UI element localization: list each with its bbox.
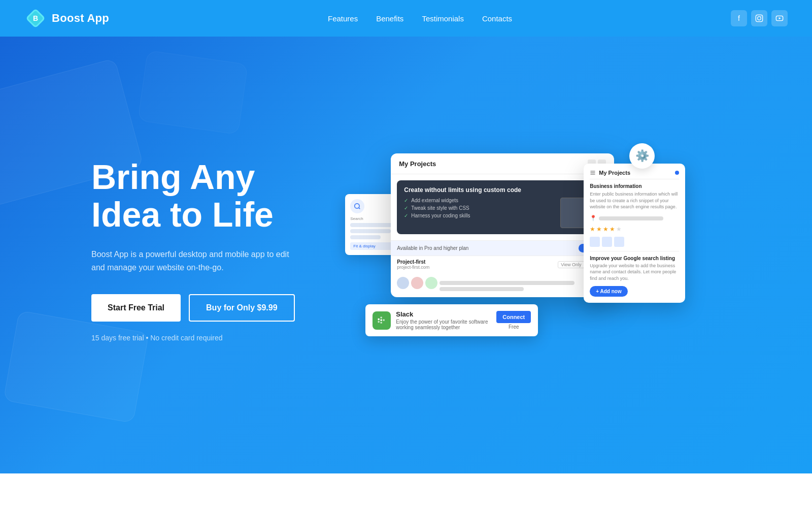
nav-socials: f	[731, 10, 788, 26]
add-now-button[interactable]: + Add now	[590, 286, 627, 297]
google-section-sub: Upgrade your website to add the business…	[590, 263, 679, 282]
hero-subtext: Boost App is a powerful desktop and mobi…	[91, 248, 294, 274]
slack-panel: Slack Enjoy the power of your favorite s…	[365, 304, 538, 336]
hero-inner: Bring Any Idea to Life Boost App is a po…	[51, 143, 761, 357]
nav-links: Features Benefits Testimonials Contacts	[328, 14, 512, 23]
svg-marker-7	[779, 17, 781, 19]
hero-left: Bring Any Idea to Life Boost App is a po…	[91, 158, 295, 342]
svg-point-4	[758, 17, 761, 20]
line-2	[350, 229, 391, 233]
logo-area[interactable]: B Boost App	[24, 7, 109, 29]
svg-point-5	[761, 16, 761, 17]
business-section-sub: Enter public business information which …	[590, 191, 679, 210]
main-panel: My Projects Create without limits using …	[391, 153, 614, 297]
placeholder-line	[439, 281, 574, 285]
dark-item-1: ✓ Add external widgets	[404, 198, 556, 203]
svg-rect-13	[381, 319, 382, 321]
buy-button[interactable]: Buy for Only $9.99	[189, 294, 295, 322]
project-row: Project-first project-first.com View Onl…	[391, 256, 614, 273]
svg-rect-3	[756, 15, 762, 21]
star-4: ★	[610, 226, 615, 233]
hero-section: Bring Any Idea to Life Boost App is a po…	[0, 37, 812, 473]
check-icon-2: ✓	[404, 205, 408, 211]
right-business-panel: My Projects Business information Enter p…	[584, 164, 685, 303]
slack-connect-button[interactable]: Connect	[496, 311, 531, 323]
slack-info: Slack Enjoy the power of your favorite s…	[396, 310, 491, 330]
main-panel-title: My Projects	[399, 160, 436, 168]
project-url: project-first.com	[397, 265, 429, 270]
star-3: ★	[603, 226, 608, 233]
check-icon-3: ✓	[404, 213, 408, 218]
dark-panel-title: Create without limits using custom code	[404, 186, 601, 194]
svg-rect-11	[378, 321, 380, 322]
nav-testimonials[interactable]: Testimonials	[422, 14, 464, 23]
project-name: Project-first	[397, 259, 429, 265]
svg-point-8	[355, 204, 359, 208]
logo-icon: B	[24, 7, 47, 29]
avatar-2	[411, 277, 423, 289]
star-2: ★	[596, 226, 602, 233]
hero-right: ⚙️ My Projects Create without limits usi…	[315, 143, 721, 357]
svg-line-9	[359, 208, 360, 209]
brand-name: Boost App	[52, 12, 109, 25]
right-panel-header: My Projects	[590, 170, 679, 179]
dark-item-2: ✓ Tweak site style with CSS	[404, 205, 556, 211]
svg-text:B: B	[33, 14, 38, 22]
svg-rect-10	[378, 318, 380, 320]
upgrade-bar: Available in Pro and higher plan Upgrade	[391, 240, 614, 256]
business-section-title: Business information	[590, 183, 679, 189]
dark-panel-content: ✓ Add external widgets ✓ Tweak site styl…	[404, 198, 601, 228]
placeholder-line	[439, 287, 524, 291]
svg-rect-12	[381, 316, 382, 318]
avatar-1	[397, 277, 409, 289]
nav-features[interactable]: Features	[328, 14, 358, 23]
location-pin-icon: 📍	[590, 215, 597, 221]
project-info: Project-first project-first.com	[397, 259, 429, 270]
stars-row: ★ ★ ★ ★ ★	[590, 226, 679, 233]
mockup-container: ⚙️ My Projects Create without limits usi…	[365, 153, 670, 346]
main-panel-header: My Projects	[391, 153, 614, 174]
instagram-icon[interactable]	[751, 10, 767, 26]
check-icon-1: ✓	[404, 198, 408, 203]
svg-rect-14	[383, 319, 385, 321]
upgrade-bar-text: Available in Pro and higher plan	[397, 245, 468, 251]
search-icon	[350, 199, 364, 213]
svg-rect-15	[381, 322, 382, 323]
avatar-row	[391, 273, 614, 297]
nav-contacts[interactable]: Contacts	[482, 14, 512, 23]
slack-sub: Enjoy the power of your favorite softwar…	[396, 319, 491, 330]
avatar-3	[425, 277, 437, 289]
dark-code-panel: Create without limits using custom code …	[397, 180, 608, 234]
bottom-section	[0, 473, 812, 508]
divider	[590, 251, 679, 251]
nav-benefits[interactable]: Benefits	[376, 14, 403, 23]
start-trial-button[interactable]: Start Free Trial	[91, 294, 181, 322]
location-line	[599, 216, 663, 220]
view-only-tag: View Only	[558, 261, 584, 268]
star-5: ★	[616, 226, 622, 233]
bg-decoration-3	[138, 50, 248, 135]
navbar: B Boost App Features Benefits Testimonia…	[0, 0, 812, 37]
gear-icon: ⚙️	[629, 143, 655, 169]
slack-free-tag: Free	[509, 324, 519, 330]
star-1: ★	[590, 226, 595, 233]
facebook-icon[interactable]: f	[731, 10, 747, 26]
slack-title: Slack	[396, 310, 491, 318]
line-3	[350, 235, 381, 239]
google-section-title: Improve your Google search listing	[590, 256, 679, 261]
slack-icon	[373, 311, 391, 330]
hero-buttons: Start Free Trial Buy for Only $9.99	[91, 294, 295, 322]
youtube-icon[interactable]	[771, 10, 788, 26]
right-panel-title: My Projects	[599, 170, 630, 176]
location-row: 📍	[590, 214, 679, 223]
dark-item-3: ✓ Harness your coding skills	[404, 213, 556, 218]
notification-dot	[675, 171, 679, 175]
